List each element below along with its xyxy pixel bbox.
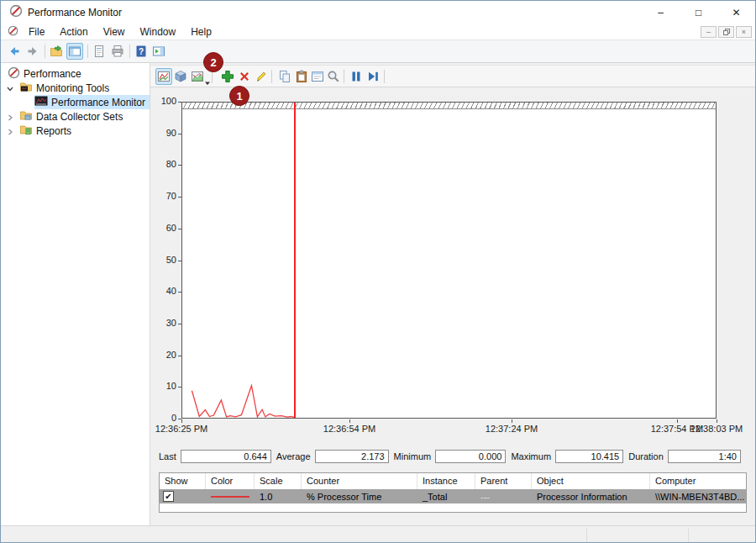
- minimize-button[interactable]: –: [642, 1, 680, 24]
- stat-value-box: 1:40: [668, 450, 741, 463]
- y-axis-tick-label: 60: [151, 223, 176, 233]
- cell-color: [206, 496, 255, 498]
- mdi-close-button[interactable]: ×: [736, 26, 752, 38]
- chevron-expanded-icon[interactable]: [6, 84, 14, 92]
- forward-icon[interactable]: [26, 45, 39, 58]
- properties-icon[interactable]: [92, 45, 106, 58]
- stats-bar: Last0.644Average2.173Minimum0.000Maximum…: [159, 449, 741, 463]
- chevron-collapsed-icon[interactable]: [6, 127, 14, 135]
- status-bar: [1, 525, 755, 543]
- column-header-parent[interactable]: Parent: [475, 473, 532, 489]
- zoom-icon[interactable]: [327, 70, 340, 83]
- show-action-pane-icon[interactable]: [152, 45, 165, 58]
- cell-computer: \\WIN-MBEN3T4BD...: [650, 492, 747, 502]
- update-data-icon[interactable]: [366, 70, 380, 83]
- stat-label: Duration: [628, 451, 668, 461]
- y-axis-tick-label: 40: [151, 286, 176, 296]
- tree-item-monitoring-tools[interactable]: Monitoring Tools: [6, 81, 109, 95]
- perfmon-menu-icon: [8, 25, 18, 39]
- y-axis-tick-mark: [178, 292, 181, 293]
- y-axis-tick-mark: [178, 261, 181, 261]
- y-axis-tick-mark: [178, 197, 181, 198]
- y-axis-tick-label: 80: [151, 159, 176, 169]
- y-axis-tick-mark: [178, 324, 181, 324]
- menu-file[interactable]: File: [21, 24, 52, 40]
- y-axis-tick-label: 100: [151, 96, 176, 106]
- counter-row[interactable]: ✔1.0% Processor Time_Total---Processor I…: [160, 489, 746, 503]
- tree-item-label: Data Collector Sets: [36, 111, 123, 123]
- counter-legend-table: ShowColorScaleCounterInstanceParentObjec…: [159, 472, 747, 513]
- tree-item-performance[interactable]: Performance: [8, 66, 81, 81]
- y-axis-tick-mark: [178, 165, 181, 166]
- y-axis-tick-mark: [178, 229, 181, 229]
- maximize-button[interactable]: □: [680, 1, 717, 24]
- menu-bar: File Action View Window Help – ×: [1, 24, 755, 40]
- cell-show: ✔: [160, 491, 206, 502]
- print-icon[interactable]: [111, 45, 124, 58]
- stat-maximum: Maximum10.415: [511, 450, 623, 463]
- copy-properties-icon[interactable]: [278, 70, 291, 83]
- title-bar: Performance Monitor – □ ✕: [1, 1, 755, 24]
- delete-icon[interactable]: [238, 70, 251, 83]
- stat-label: Maximum: [511, 451, 555, 461]
- tree-item-label: Reports: [36, 125, 71, 137]
- cell-parent: ---: [475, 492, 532, 502]
- paste-counter-list-icon[interactable]: [295, 70, 308, 83]
- freeze-display-icon[interactable]: [349, 70, 363, 83]
- stat-value-box: 0.644: [181, 450, 271, 463]
- properties-window-icon[interactable]: [311, 70, 324, 83]
- x-axis-tick-mark: [717, 419, 717, 423]
- column-header-color[interactable]: Color: [206, 473, 255, 489]
- x-axis-tick-label: 12:36:25 PM: [155, 424, 207, 434]
- stat-value-box: 10.415: [555, 450, 623, 463]
- export-list-icon[interactable]: [50, 45, 63, 58]
- y-axis-tick-mark: [178, 356, 181, 356]
- y-axis-tick-label: 50: [151, 255, 176, 265]
- close-button[interactable]: ✕: [717, 1, 755, 24]
- menu-window[interactable]: Window: [133, 24, 184, 40]
- back-icon[interactable]: [8, 45, 21, 58]
- tree-item-reports[interactable]: Reports: [6, 124, 71, 138]
- y-axis-tick-label: 10: [151, 381, 176, 391]
- chart-plot-area: [181, 102, 717, 419]
- mdi-minimize-button[interactable]: –: [701, 26, 717, 38]
- highlight-icon[interactable]: [255, 70, 268, 83]
- tree-item-data-collector-sets[interactable]: Data Collector Sets: [6, 109, 123, 124]
- stat-minimum: Minimum0.000: [394, 450, 507, 463]
- performance-monitor-pane: 1009080706050403020100 12:36:25 PM12:36:…: [150, 63, 756, 525]
- view-current-activity-icon[interactable]: [155, 68, 172, 85]
- y-axis-tick-label: 20: [151, 350, 176, 360]
- column-header-instance[interactable]: Instance: [417, 473, 475, 489]
- badge-1-number: 1: [236, 90, 242, 103]
- chevron-collapsed-icon[interactable]: [6, 113, 14, 121]
- reports-folder-icon: [19, 123, 33, 139]
- cell-counter: % Processor Time: [302, 492, 417, 502]
- show-console-tree-icon[interactable]: [66, 43, 83, 60]
- x-axis-tick-mark: [512, 419, 512, 423]
- change-graph-type-dropdown-icon[interactable]: [204, 74, 218, 87]
- help-icon[interactable]: ?: [134, 45, 148, 58]
- column-header-counter[interactable]: Counter: [302, 473, 417, 489]
- x-axis-tick-label: 12:36:54 PM: [323, 424, 375, 434]
- column-header-scale[interactable]: Scale: [255, 473, 302, 489]
- tree-item-performance-monitor[interactable]: Performance Monitor: [34, 95, 150, 109]
- menu-view[interactable]: View: [96, 24, 133, 40]
- x-axis-tick-label: 12:37:24 PM: [486, 424, 538, 434]
- tree-item-label: Performance: [24, 68, 81, 80]
- mdi-restore-button[interactable]: [718, 26, 734, 38]
- current-time-indicator: [294, 103, 296, 418]
- change-graph-type-icon[interactable]: [191, 70, 204, 83]
- maximize-icon: □: [696, 7, 701, 18]
- add-counter-icon[interactable]: [221, 70, 234, 83]
- view-log-data-icon[interactable]: [174, 70, 187, 83]
- menu-action[interactable]: Action: [52, 24, 95, 40]
- standard-toolbar: ?: [1, 40, 755, 63]
- chart-series-svg: [182, 103, 716, 418]
- stat-value-box: 2.173: [315, 450, 389, 463]
- column-header-object[interactable]: Object: [532, 473, 650, 489]
- column-header-show[interactable]: Show: [160, 473, 206, 489]
- series-% Processor Time: [192, 386, 294, 418]
- column-header-computer[interactable]: Computer: [650, 473, 747, 489]
- menu-help[interactable]: Help: [183, 24, 219, 40]
- show-checkbox[interactable]: ✔: [163, 491, 174, 502]
